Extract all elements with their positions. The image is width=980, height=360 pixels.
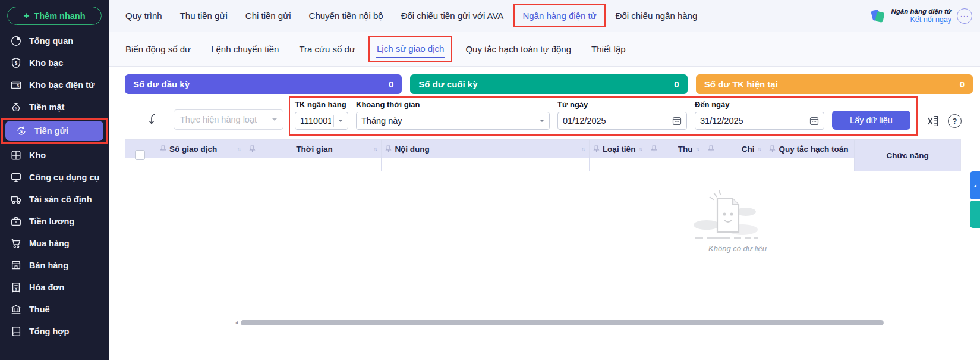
sidebar-item-hoa-don[interactable]: $ Hóa đơn xyxy=(0,276,109,298)
sidebar-item-label: Tiền lương xyxy=(29,217,74,226)
tab-quy-tac-hach-toan[interactable]: Quy tắc hạch toán tự động xyxy=(465,44,571,54)
sidebar-item-kho-bac-dien-tu[interactable]: $ Kho bạc điện tử xyxy=(0,74,109,96)
sort-icon[interactable]: ↑↓ xyxy=(373,146,377,152)
excel-export-icon[interactable] xyxy=(927,115,939,127)
chevron-down-icon xyxy=(540,120,544,124)
scroll-to-latest-icon[interactable] xyxy=(147,113,159,126)
sidebar-item-tai-san-co-dinh[interactable]: Tài sản cố định xyxy=(0,188,109,210)
bank-account-select[interactable]: 111000195 xyxy=(295,112,348,130)
scrollbar-track[interactable] xyxy=(241,320,980,325)
column-header-label: Chi xyxy=(717,145,755,154)
sort-icon[interactable]: ↑↓ xyxy=(757,146,761,152)
calendar-icon[interactable] xyxy=(672,116,682,126)
from-date-input[interactable]: 01/12/2025 xyxy=(557,112,687,130)
tab-thiet-lap[interactable]: Thiết lập xyxy=(591,44,626,54)
column-chi: Chi ↑↓ xyxy=(704,140,766,171)
sort-icon[interactable]: ↑↓ xyxy=(639,146,643,152)
sidebar-item-label: Thuế xyxy=(29,305,50,314)
column-filter-so-giao-dich[interactable] xyxy=(156,158,245,171)
pin-icon[interactable] xyxy=(249,145,256,153)
period-field: Khoảng thời gian Tháng này xyxy=(356,100,550,130)
help-icon[interactable]: ? xyxy=(948,114,962,128)
deposit-refresh-icon: $ xyxy=(15,125,27,137)
select-all-checkbox[interactable] xyxy=(135,150,145,160)
sort-icon[interactable]: ↑↓ xyxy=(696,146,700,152)
collapse-panel-tab-teal[interactable] xyxy=(970,201,980,228)
sidebar-item-tien-gui[interactable]: $ Tiền gửi xyxy=(5,121,103,141)
pin-icon[interactable] xyxy=(160,145,166,153)
column-loai-tien: Loại tiền ↑↓ xyxy=(590,140,647,171)
sidebar-item-label: Tài sản cố định xyxy=(29,195,92,204)
sidebar-item-thue[interactable]: Thuế xyxy=(0,298,109,320)
tab-lich-su-giao-dich[interactable]: Lịch sử giao dịch xyxy=(377,43,444,54)
column-so-giao-dich: Số giao dịch ↑↓ xyxy=(156,140,245,171)
column-filter-quy-tac[interactable] xyxy=(765,158,854,171)
column-header-label: Chức năng xyxy=(855,140,960,171)
to-date-field: Đến ngày 31/12/2025 xyxy=(695,100,824,130)
opening-balance-value: 0 xyxy=(389,79,393,89)
fetch-data-button[interactable]: Lấy dữ liệu xyxy=(832,111,910,130)
pin-icon[interactable] xyxy=(769,145,776,153)
pin-icon[interactable] xyxy=(708,145,714,153)
svg-text:$: $ xyxy=(15,287,17,290)
pin-icon[interactable] xyxy=(385,145,392,153)
sidebar-item-kho-bac[interactable]: $ Kho bạc xyxy=(0,52,109,74)
sidebar-item-tien-luong[interactable]: Tiền lương xyxy=(0,210,109,232)
to-date-input[interactable]: 31/12/2025 xyxy=(695,112,824,130)
connect-now-link[interactable]: Kết nối ngay xyxy=(891,15,951,25)
transactions-table: Số giao dịch ↑↓ Thời gian ↑↓ Nội dung ↑↓ xyxy=(125,139,961,171)
nav-chi-tien-gui[interactable]: Chi tiền gửi xyxy=(245,11,291,21)
svg-text:$: $ xyxy=(17,84,19,89)
column-filter-chi[interactable] xyxy=(704,158,765,171)
empty-state: Không có dữ liệu xyxy=(672,188,803,253)
sidebar-item-label: Tiền gửi xyxy=(34,126,68,136)
opening-balance-label: Số dư đầu kỳ xyxy=(133,79,190,89)
sidebar-item-mua-hang[interactable]: Mua hàng xyxy=(0,232,109,254)
sort-icon[interactable]: ↑↓ xyxy=(237,146,241,152)
period-select[interactable]: Tháng này xyxy=(356,112,550,130)
bank-account-label: TK ngân hàng xyxy=(295,100,348,109)
sidebar-item-tien-mat[interactable]: $ Tiền mặt xyxy=(0,96,109,118)
closing-balance-value: 0 xyxy=(674,79,679,89)
filter-toolbar: Thực hiện hàng loạt TK ngân hàng 1110001… xyxy=(125,96,980,136)
more-options-icon[interactable]: ··· xyxy=(957,8,972,24)
scrollbar-thumb[interactable] xyxy=(241,320,884,325)
tab-bien-dong-so-du[interactable]: Biến động số dư xyxy=(125,44,191,54)
tab-lenh-chuyen-tien[interactable]: Lệnh chuyển tiền xyxy=(211,44,279,54)
invoice-icon: $ xyxy=(10,281,22,293)
bank-account-value: 111000195 xyxy=(300,116,331,126)
tab-tra-cuu-so-du[interactable]: Tra cứu số dư xyxy=(299,44,355,54)
batch-action-select[interactable]: Thực hiện hàng loạt xyxy=(174,109,283,130)
nav-quy-trinh[interactable]: Quy trình xyxy=(125,11,162,21)
sidebar-item-label: Kho xyxy=(29,151,46,160)
nav-thu-tien-gui[interactable]: Thu tiền gửi xyxy=(180,11,228,21)
pin-icon[interactable] xyxy=(651,145,657,153)
sidebar-item-kho[interactable]: Kho xyxy=(0,144,109,166)
nav-chuyen-tien-noi-bo[interactable]: Chuyển tiền nội bộ xyxy=(309,11,383,21)
annotation-red-frame-sidebar: $ Tiền gửi xyxy=(1,118,108,144)
column-header-label: Thu xyxy=(660,145,693,154)
quick-add-button[interactable]: + Thêm nhanh xyxy=(7,7,102,25)
empty-state-text: Không có dữ liệu xyxy=(672,244,803,253)
nav-doi-chieu-ngan-hang[interactable]: Đối chiếu ngân hàng xyxy=(616,11,698,21)
sidebar-item-ban-hang[interactable]: Bán hàng xyxy=(0,254,109,276)
collapse-panel-tab-blue[interactable]: ◂ xyxy=(970,171,980,199)
tools-monitor-icon xyxy=(10,171,22,183)
period-label: Khoảng thời gian xyxy=(356,100,550,109)
sidebar-item-tong-quan[interactable]: Tổng quan xyxy=(0,30,109,52)
horizontal-scrollbar[interactable]: ◂ ▸ xyxy=(235,319,980,326)
column-filter-thu[interactable] xyxy=(647,158,704,171)
column-filter-noi-dung[interactable] xyxy=(382,158,589,171)
column-filter-thoi-gian[interactable] xyxy=(245,158,382,171)
sidebar-item-cong-cu-dung-cu[interactable]: Công cụ dụng cụ xyxy=(0,166,109,188)
quick-add-label: Thêm nhanh xyxy=(34,11,85,21)
nav-ngan-hang-dien-tu[interactable]: Ngân hàng điện tử xyxy=(522,11,596,21)
from-date-value: 01/12/2025 xyxy=(563,116,672,126)
nav-doi-chieu-tien-gui-ava[interactable]: Đối chiếu tiền gửi với AVA xyxy=(401,11,504,21)
column-filter-loai-tien[interactable] xyxy=(590,158,647,171)
sidebar-item-tong-hop[interactable]: Tổng hợp xyxy=(0,320,109,342)
pin-icon[interactable] xyxy=(593,145,600,153)
scroll-left-icon[interactable]: ◂ xyxy=(235,320,238,325)
calendar-icon[interactable] xyxy=(809,116,819,126)
sort-icon[interactable]: ↑↓ xyxy=(581,146,585,152)
